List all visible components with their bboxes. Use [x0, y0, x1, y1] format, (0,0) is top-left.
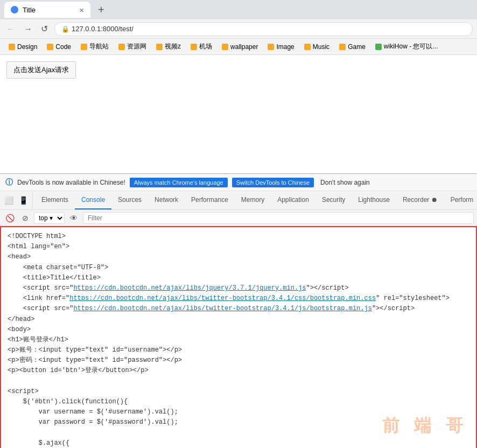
- reload-button[interactable]: ↺: [39, 22, 50, 36]
- tab-memory[interactable]: Memory: [235, 191, 271, 209]
- tab-perform[interactable]: Perform: [444, 191, 477, 209]
- tab-recorder[interactable]: Recorder ⏺: [396, 191, 444, 209]
- bookmark-music[interactable]: Music: [300, 42, 334, 52]
- switch-chinese-button[interactable]: Switch DevTools to Chinese: [232, 178, 314, 187]
- code-line: <!DOCTYPE html>: [8, 232, 469, 242]
- tab-security[interactable]: Security: [315, 191, 352, 209]
- bookmark-code[interactable]: Code: [43, 42, 75, 52]
- bookmark-nav[interactable]: 导航站: [76, 41, 113, 52]
- bookmark-wikihow[interactable]: wikiHow - 您可以...: [371, 41, 443, 52]
- bookmark-label: Image: [276, 43, 294, 51]
- code-line: [8, 428, 469, 438]
- bookmark-label: Music: [313, 43, 329, 51]
- bookmark-label: 机场: [199, 42, 212, 51]
- code-line: <p><button id='btn'>登录</button></p>: [8, 366, 469, 376]
- tab-lighthouse[interactable]: Lighthouse: [352, 191, 396, 209]
- console-toolbar: 🚫 ⊘ top ▾ 👁: [0, 210, 477, 226]
- bookmark-icon: [47, 44, 53, 50]
- code-line: <h1>账号登录</h1>: [8, 335, 469, 345]
- devtools-notification: ⓘ DevTools is now available in Chinese! …: [0, 174, 477, 191]
- tab-application[interactable]: Application: [271, 191, 315, 209]
- bookmark-label: Game: [348, 43, 366, 51]
- page-content: 点击发送Ajax请求: [0, 55, 477, 173]
- bookmark-icon: [268, 44, 274, 50]
- bookmark-icon: [191, 44, 197, 50]
- code-line: <head>: [8, 252, 469, 262]
- clear-console-icon[interactable]: 🚫: [3, 213, 17, 223]
- match-language-button[interactable]: Always match Chrome's language: [130, 178, 228, 187]
- devtools-tabs-container: ⬜ 📱 Elements Console Sources Network Per…: [0, 191, 477, 210]
- info-icon: ⓘ: [5, 178, 13, 187]
- lock-icon: 🔒: [61, 25, 69, 33]
- device-icon[interactable]: 📱: [17, 195, 30, 206]
- browser-tab[interactable]: Title ×: [4, 2, 90, 18]
- bookmark-icon: [118, 44, 125, 50]
- tab-sources[interactable]: Sources: [111, 191, 148, 209]
- code-line: <html lang="en">: [8, 242, 469, 252]
- bookmark-icon: [222, 44, 228, 50]
- bookmark-label: 导航站: [89, 42, 109, 51]
- code-line: <p>账号：<input type="text" id="username"><…: [8, 345, 469, 355]
- bookmark-design[interactable]: Design: [4, 42, 41, 52]
- bookmark-icon: [375, 44, 382, 50]
- bookmark-icon: [156, 44, 163, 50]
- bookmark-airport[interactable]: 机场: [186, 41, 216, 52]
- devtools-panel: ⓘ DevTools is now available in Chinese! …: [0, 173, 477, 448]
- ajax-button[interactable]: 点击发送Ajax请求: [6, 61, 76, 79]
- bookmark-label: Code: [55, 43, 71, 51]
- tab-favicon: [11, 6, 18, 13]
- bookmark-icon: [81, 44, 87, 50]
- dont-show-link[interactable]: Don't show again: [320, 179, 370, 186]
- code-line: <script src="https://cdn.bootcdn.net/aja…: [8, 283, 469, 293]
- context-select[interactable]: top ▾: [34, 212, 65, 224]
- tab-network[interactable]: Network: [148, 191, 185, 209]
- bookmark-icon: [339, 44, 346, 50]
- bookmark-video[interactable]: 视频z: [152, 41, 185, 52]
- code-line: <script>: [8, 387, 469, 397]
- code-area: <!DOCTYPE html> <html lang="en"> <head> …: [0, 226, 477, 448]
- code-line: [8, 376, 469, 387]
- devtools-tabs: Elements Console Sources Network Perform…: [33, 191, 477, 209]
- code-line: <script src="https://cdn.bootcdn.net/aja…: [8, 304, 469, 314]
- bookmark-label: 资源网: [127, 42, 146, 51]
- code-line: <title>Title</title>: [8, 273, 469, 283]
- code-line: <meta charset="UTF-8">: [8, 263, 469, 273]
- bookmark-label: 视频z: [165, 42, 181, 51]
- code-line: $('#btn').click(function(){: [8, 397, 469, 407]
- devtools-left-icons: ⬜ 📱: [0, 191, 33, 209]
- tab-elements[interactable]: Elements: [35, 191, 75, 209]
- bookmark-icon: [9, 44, 15, 50]
- notification-text: DevTools is now available in Chinese!: [17, 179, 125, 186]
- nav-bar: ← → ↺ 🔒 127.0.0.1:8000/test/: [0, 19, 477, 39]
- bookmark-game[interactable]: Game: [335, 42, 370, 52]
- bookmark-resource[interactable]: 资源网: [114, 41, 151, 52]
- bookmark-label: wikiHow - 您可以...: [384, 42, 438, 51]
- tab-close-button[interactable]: ×: [79, 6, 84, 14]
- forward-button[interactable]: →: [22, 22, 34, 36]
- code-line: <body>: [8, 325, 469, 335]
- tab-title: Title: [23, 6, 36, 14]
- filter-input[interactable]: [83, 212, 474, 224]
- filter-icon[interactable]: ⊘: [20, 213, 31, 223]
- bookmark-label: Design: [17, 43, 37, 51]
- eye-icon[interactable]: 👁: [68, 213, 80, 223]
- inspect-icon[interactable]: ⬜: [2, 195, 16, 206]
- bookmark-image[interactable]: Image: [263, 42, 298, 52]
- tab-console[interactable]: Console: [75, 191, 111, 209]
- bookmark-label: wallpaper: [230, 43, 258, 51]
- bookmarks-bar: Design Code 导航站 资源网 视频z 机场 wallpaper Ima…: [0, 39, 477, 55]
- code-line: <p>密码：<input type="text" id="password"><…: [8, 355, 469, 366]
- address-bar[interactable]: 🔒 127.0.0.1:8000/test/: [54, 22, 473, 36]
- new-tab-button[interactable]: +: [95, 3, 108, 17]
- back-button[interactable]: ←: [4, 22, 17, 36]
- bookmark-icon: [304, 44, 311, 50]
- bookmark-wallpaper[interactable]: wallpaper: [218, 42, 262, 52]
- tab-performance[interactable]: Performance: [185, 191, 235, 209]
- code-line: var password = $('#password').val();: [8, 417, 469, 428]
- code-line: <link href="https://cdn.bootcdn.net/ajax…: [8, 293, 469, 304]
- code-line: </head>: [8, 314, 469, 325]
- code-line: $.ajax({: [8, 438, 469, 448]
- title-bar: Title × +: [0, 0, 477, 19]
- url-text: 127.0.0.1:8000/test/: [72, 25, 134, 33]
- code-line: var username = $('#username').val();: [8, 407, 469, 417]
